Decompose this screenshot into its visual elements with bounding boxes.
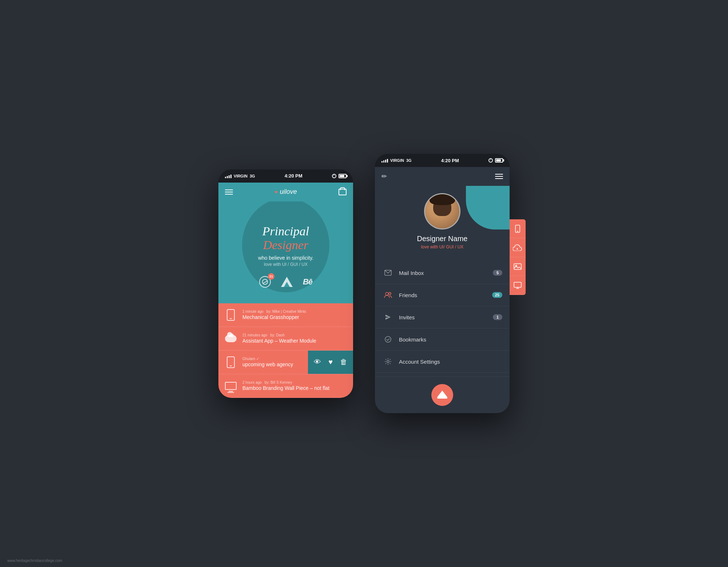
hamburger-line — [495, 176, 503, 177]
feed-item-icon-cloud — [224, 332, 237, 345]
battery-icon-1 — [339, 174, 347, 178]
bag-icon[interactable] — [339, 189, 347, 195]
feed-item-icon-mobile2 — [224, 356, 237, 369]
tent-icon-wrap — [281, 277, 293, 287]
behance-icon[interactable]: Bē — [303, 277, 312, 286]
feed-time: 2 hours ago — [242, 380, 262, 384]
settings-icon — [382, 356, 394, 367]
svg-rect-12 — [514, 282, 521, 287]
hamburger-line — [225, 192, 233, 192]
feed-title: Assistant App – Weather Module — [242, 338, 347, 344]
battery-fill-2 — [496, 159, 501, 161]
clock-icon-2 — [488, 158, 493, 163]
hero-icons: 21 Bē — [259, 276, 312, 288]
feed-author: by: Bill S Kenney — [265, 380, 292, 384]
feed-item-icon-mobile — [224, 308, 237, 322]
phone2-wrapper: VIRGIN 3G 4:20 PM ✏ — [375, 154, 510, 413]
like-icon[interactable]: ♥ — [328, 358, 333, 366]
menu-label-mail: Mail Inbox — [399, 270, 493, 276]
network-1: 3G — [250, 174, 255, 178]
menu-item-invites[interactable]: Invites 1 — [375, 306, 510, 328]
status-right-2 — [488, 158, 503, 163]
cloud-icon — [225, 335, 237, 342]
side-tab-image[interactable] — [510, 257, 526, 276]
menu-item-friends[interactable]: Friends 25 — [375, 284, 510, 306]
app-header-2: ✏ — [375, 167, 510, 186]
delete-icon[interactable]: 🗑 — [340, 358, 347, 366]
feed-item-text: 1 minute ago by: Mike | Creative Mints M… — [242, 310, 347, 320]
menu-label-bookmarks: Bookmarks — [399, 336, 502, 343]
feed-item-text: 21 minutes ago by: Dash Assistant App – … — [242, 333, 347, 344]
feed-author: by: Mike | Creative Mints — [266, 310, 306, 314]
side-tab-mobile[interactable] — [510, 219, 526, 238]
feed-item[interactable]: 1 minute ago by: Mike | Creative Mints M… — [218, 303, 353, 327]
mobile-icon — [227, 309, 235, 321]
invites-icon — [382, 311, 394, 323]
feed-item-meta: 2 hours ago by: Bill S Kenney — [242, 380, 347, 384]
hamburger-line — [225, 194, 233, 195]
svg-rect-10 — [514, 264, 521, 269]
avatar — [424, 193, 460, 229]
hero-subtitle-line1: who believe in simplicity. — [258, 255, 313, 261]
monitor-icon — [225, 382, 237, 390]
feed-item-text: 2 hours ago by: Bill S Kenney Bamboo Bra… — [242, 380, 347, 391]
svg-point-1 — [385, 292, 388, 295]
feed-time: 1 minute ago — [242, 310, 264, 314]
battery-fill-1 — [340, 175, 344, 177]
signal-bar — [385, 160, 386, 163]
feed-item-meta: 1 minute ago by: Mike | Creative Mints — [242, 310, 347, 314]
bottom-section — [375, 376, 510, 413]
hero-section: Principal Designer who believe in simpli… — [218, 201, 353, 303]
svg-point-5 — [387, 360, 389, 363]
svg-marker-3 — [385, 315, 391, 320]
dribbble-badge: 21 — [268, 273, 274, 280]
logo-heart-icon: ♥ — [274, 189, 277, 195]
signal-bar — [227, 176, 228, 178]
svg-point-2 — [389, 292, 391, 295]
dribbble-inner — [262, 279, 268, 285]
profile-bg-teal — [466, 186, 510, 229]
app-header-1: ♥ uilove — [218, 183, 353, 201]
friends-icon — [382, 289, 394, 301]
eject-button[interactable] — [431, 384, 453, 406]
status-left-1: VIRGIN 3G — [225, 174, 255, 178]
dribbble-icon-wrap: 21 — [259, 276, 271, 288]
hamburger-icon[interactable] — [225, 189, 233, 195]
feed-item-text-part: Ghulam ✓ upcoming web agency — [218, 351, 308, 374]
profile-name: Designer Name — [417, 235, 468, 243]
hero-subtitle: who believe in simplicity. love with UI … — [258, 255, 313, 267]
view-icon[interactable]: 👁 — [314, 358, 321, 366]
feed-item-meta: 21 minutes ago by: Dash — [242, 333, 347, 337]
hero-title: Principal Designer — [262, 224, 309, 252]
battery-icon-2 — [495, 158, 503, 163]
hero-principal: Principal — [262, 224, 309, 238]
clock-icon-1 — [332, 174, 336, 178]
signal-bars-2 — [381, 158, 388, 163]
bookmarks-icon — [382, 334, 394, 345]
signal-bars-1 — [225, 174, 232, 178]
signal-bar — [387, 159, 388, 163]
feed-item[interactable]: 2 hours ago by: Bill S Kenney Bamboo Bra… — [218, 374, 353, 398]
side-tab-cloud[interactable] — [510, 238, 526, 257]
menu-badge-friends: 25 — [492, 292, 502, 298]
feed-author: Ghulam ✓ — [242, 357, 259, 361]
app-logo: ♥ uilove — [274, 188, 297, 196]
menu-item-settings[interactable]: Account Settings — [375, 351, 510, 373]
menu-item-bookmarks[interactable]: Bookmarks — [375, 328, 510, 351]
menu-label-friends: Friends — [399, 292, 492, 298]
tent-icon[interactable] — [281, 277, 293, 287]
menu-label-settings: Account Settings — [399, 359, 502, 365]
feed-item[interactable]: 21 minutes ago by: Dash Assistant App – … — [218, 327, 353, 351]
hamburger-icon-2[interactable] — [495, 174, 503, 179]
time-2: 4:20 PM — [441, 158, 459, 163]
edit-icon[interactable]: ✏ — [381, 172, 387, 180]
feed-title: Mechanical Grasshopper — [242, 314, 347, 320]
menu-badge-mail: 5 — [493, 270, 502, 276]
feed-title: Bamboo Branding Wall Piece – not flat — [242, 385, 347, 391]
feed-item-meta: Ghulam ✓ — [242, 357, 302, 361]
feed-item-swipe[interactable]: Ghulam ✓ upcoming web agency 👁 ♥ 🗑 — [218, 351, 353, 374]
side-tab-monitor[interactable] — [510, 276, 526, 295]
hamburger-line — [225, 189, 233, 190]
hero-subtitle-line2: love with UI / GUI / UX — [264, 262, 308, 267]
menu-item-mail[interactable]: Mail Inbox 5 — [375, 262, 510, 284]
